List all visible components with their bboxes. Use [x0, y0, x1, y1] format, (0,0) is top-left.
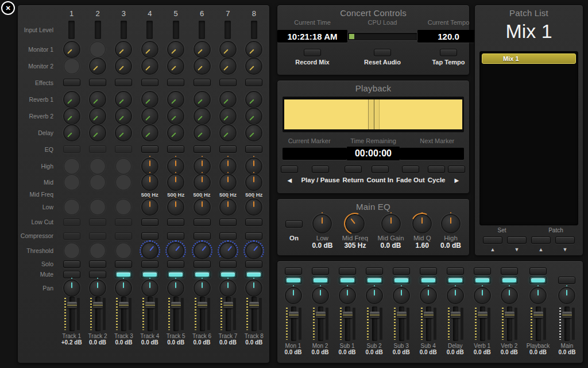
sub-1-fader[interactable] — [338, 306, 357, 341]
eq-ch3-button[interactable] — [115, 145, 132, 153]
monitor-2-ch5-knob[interactable] — [168, 59, 183, 74]
solo-ch3-button[interactable] — [115, 260, 132, 268]
fade-out-button[interactable] — [402, 166, 419, 173]
effects-ch5-button[interactable] — [167, 79, 184, 86]
mon-1-pan-knob[interactable] — [286, 288, 301, 303]
reverb-2-ch3-knob[interactable] — [116, 109, 131, 124]
record-mix-button[interactable] — [304, 49, 321, 56]
monitor-2-ch6-knob[interactable] — [195, 59, 210, 74]
low-ch6-knob[interactable] — [195, 200, 210, 214]
track-2-fader[interactable] — [88, 297, 107, 331]
patch-list-item-mix-1[interactable]: Mix 1 — [482, 53, 576, 64]
mon-2-fader[interactable] — [311, 306, 330, 341]
verb-1-fader[interactable] — [473, 306, 492, 341]
solo-ch5-button[interactable] — [167, 260, 184, 268]
effects-ch6-button[interactable] — [194, 79, 211, 86]
track-6-fader-handle[interactable] — [198, 302, 207, 308]
eq-low-knob[interactable] — [314, 215, 331, 232]
compressor-ch8-button[interactable] — [245, 232, 262, 240]
track-5-fader[interactable] — [166, 297, 185, 331]
reverb-1-ch4-knob[interactable] — [142, 92, 157, 107]
return-button[interactable] — [345, 166, 362, 173]
mid-ch6-knob[interactable] — [195, 175, 210, 190]
verb-2-fader-handle[interactable] — [505, 312, 514, 318]
eq-mid-q-knob[interactable] — [413, 215, 431, 232]
monitor-2-ch8-knob[interactable] — [246, 59, 261, 74]
tap-tempo-button[interactable] — [440, 49, 457, 56]
low-cut-ch4-button[interactable] — [141, 218, 158, 226]
delay-mute-button[interactable] — [447, 277, 464, 284]
mon-1-fader-handle[interactable] — [289, 312, 299, 318]
effects-ch7-button[interactable] — [219, 79, 237, 86]
sub-2-fader[interactable] — [365, 306, 384, 341]
mute-ch5-button[interactable] — [167, 271, 184, 278]
sub-1-solo-button[interactable] — [339, 267, 356, 275]
main-fader[interactable] — [557, 306, 577, 341]
delay-solo-button[interactable] — [447, 267, 464, 275]
eq-ch7-button[interactable] — [219, 145, 237, 153]
compressor-ch1-button[interactable] — [63, 232, 80, 240]
mid-ch3-knob[interactable] — [116, 175, 131, 190]
reverb-1-ch2-knob[interactable] — [90, 92, 105, 107]
sub-4-pan-knob[interactable] — [421, 288, 436, 303]
reverb-2-ch2-knob[interactable] — [90, 109, 105, 124]
reverb-1-ch8-knob[interactable] — [246, 92, 261, 107]
verb-2-fader[interactable] — [500, 306, 519, 341]
monitor-2-ch2-knob[interactable] — [90, 59, 105, 74]
low-cut-ch5-button[interactable] — [167, 218, 184, 226]
solo-ch4-button[interactable] — [141, 260, 158, 268]
pan-ch7-knob[interactable] — [220, 281, 235, 296]
pan-ch1-knob[interactable] — [64, 281, 79, 296]
threshold-ch3-knob[interactable] — [116, 243, 131, 258]
sub-4-solo-button[interactable] — [420, 267, 437, 275]
monitor-1-ch3-knob[interactable] — [116, 42, 131, 57]
mute-ch1-button[interactable] — [63, 271, 80, 278]
compressor-ch3-button[interactable] — [115, 232, 132, 240]
pan-ch5-knob[interactable] — [168, 281, 183, 296]
mon-1-solo-button[interactable] — [285, 267, 302, 275]
mute-ch3-button[interactable] — [115, 271, 132, 278]
solo-ch8-button[interactable] — [245, 260, 262, 268]
close-button[interactable]: ✕ — [1, 1, 15, 15]
effects-ch3-button[interactable] — [115, 79, 132, 86]
mon-2-pan-knob[interactable] — [313, 288, 328, 303]
threshold-ch1-knob[interactable] — [64, 243, 79, 258]
low-cut-ch1-button[interactable] — [63, 218, 80, 226]
monitor-2-ch4-knob[interactable] — [142, 59, 157, 74]
reverb-1-ch7-knob[interactable] — [220, 92, 235, 107]
sub-3-pan-knob[interactable] — [394, 288, 409, 303]
mon-1-mute-button[interactable] — [285, 277, 302, 284]
eq-high-knob[interactable] — [442, 215, 459, 232]
eq-ch5-button[interactable] — [167, 145, 184, 153]
low-cut-ch3-button[interactable] — [115, 218, 132, 226]
delay-ch3-knob[interactable] — [116, 125, 131, 140]
previous-marker-button[interactable] — [281, 166, 298, 173]
count-in-button[interactable] — [372, 166, 389, 173]
compressor-ch7-button[interactable] — [219, 232, 237, 240]
track-4-fader-handle[interactable] — [145, 302, 155, 308]
sub-1-fader-handle[interactable] — [343, 312, 353, 318]
eq-ch8-button[interactable] — [245, 145, 262, 153]
reverb-1-ch3-knob[interactable] — [116, 92, 131, 107]
high-ch4-knob[interactable] — [142, 159, 157, 174]
mid-ch7-knob[interactable] — [220, 175, 235, 190]
playback-fader-handle[interactable] — [533, 312, 543, 318]
set-up-button[interactable] — [483, 236, 502, 244]
main-pan-knob[interactable] — [559, 288, 574, 303]
high-ch7-knob[interactable] — [220, 159, 235, 174]
effects-ch4-button[interactable] — [141, 79, 158, 86]
compressor-ch6-button[interactable] — [194, 232, 211, 240]
high-ch3-knob[interactable] — [116, 159, 131, 174]
low-cut-ch8-button[interactable] — [245, 218, 262, 226]
reverb-1-ch5-knob[interactable] — [168, 92, 183, 107]
compressor-ch5-button[interactable] — [167, 232, 184, 240]
mute-ch4-button[interactable] — [141, 271, 158, 278]
effects-ch8-button[interactable] — [245, 79, 262, 86]
reset-audio-button[interactable] — [374, 49, 391, 56]
solo-ch1-button[interactable] — [63, 260, 80, 268]
main-mute-button[interactable] — [558, 277, 575, 284]
mute-ch7-button[interactable] — [219, 271, 237, 278]
verb-1-pan-knob[interactable] — [475, 288, 490, 303]
eq-ch6-button[interactable] — [194, 145, 211, 153]
mid-ch1-knob[interactable] — [64, 175, 79, 190]
